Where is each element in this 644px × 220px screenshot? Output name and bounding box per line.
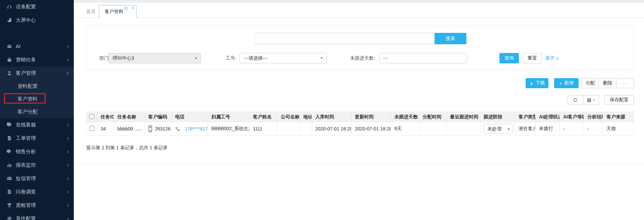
col-company: 公司名称 (277, 112, 300, 122)
download-label: 下载 (536, 80, 545, 86)
col-assigned-at: 分配时间 (419, 112, 447, 122)
sidebar-item-sales-analysis[interactable]: 销售分析 (0, 145, 74, 158)
sidebar-item-online-service[interactable]: 在线客服 (0, 118, 74, 131)
user-icon (7, 70, 12, 76)
sidebar-subitem-customer-assign[interactable]: 客户分配 (0, 105, 74, 118)
refresh-icon (573, 98, 578, 102)
phone-number-link[interactable]: 176****8176 (185, 126, 208, 131)
col-analysis-result: 分析结果 (584, 112, 603, 122)
sidebar-item-label: 系统配置 (16, 212, 36, 220)
sidebar-item-report-monitor[interactable]: 报表监控 (0, 158, 74, 172)
agent-label: 工号: (226, 53, 236, 63)
table-tools-group (568, 95, 599, 105)
days-input[interactable] (379, 53, 467, 63)
sidebar-item-qc-mgmt[interactable]: 质检管理 (0, 199, 74, 212)
query-button[interactable]: 查询 (499, 53, 519, 63)
col-address: 地址 (300, 112, 312, 122)
tab-home[interactable]: 首页 (82, 9, 100, 15)
mail-icon (7, 176, 12, 181)
sidebar-item-label: 大屏中心 (16, 13, 36, 27)
follow-stage-value: 未处理 (487, 126, 501, 131)
sidebar-item-ticket-mgmt[interactable]: 工单管理 (0, 131, 74, 145)
sidebar-item-label: 问卷调查 (16, 185, 36, 199)
sidebar-item-label: AI (16, 40, 20, 53)
cell-task-id: 34 (97, 122, 114, 136)
cell-analysis-result: - (584, 122, 603, 136)
reset-button[interactable]: 重置 (523, 53, 542, 63)
table-header-row: 任务ID 任务名称 客户编码 电话 归属工号 客户姓名 公司名称 地址 入库时间… (87, 112, 634, 122)
expand-link[interactable]: 展开 (545, 53, 559, 63)
cell-company (277, 122, 300, 136)
search-group: 搜索 (254, 33, 466, 44)
row-checkbox[interactable] (89, 126, 94, 131)
phone-icon[interactable] (175, 126, 180, 131)
sidebar-item-sms-mgmt[interactable]: 短信管理 (0, 172, 74, 185)
sidebar-item-marketing-tasks[interactable]: 营销任务 (0, 53, 74, 66)
sidebar-item-survey[interactable]: 问卷调查 (0, 185, 74, 199)
follow-stage-select[interactable]: 未处理 (484, 124, 513, 134)
tab-close-icon[interactable] (131, 5, 134, 10)
top-strip (74, 0, 644, 3)
select-all-checkbox[interactable] (89, 114, 94, 119)
col-customer-code: 客户编码 (145, 112, 172, 122)
refresh-button[interactable] (568, 95, 583, 105)
search-button[interactable]: 搜索 (434, 33, 466, 44)
download-icon (529, 81, 534, 86)
tab-customer-data[interactable]: 客户资料 (99, 5, 137, 18)
col-no-follow-days: 未跟进天数 (391, 112, 419, 122)
delete-button[interactable]: 删除 (599, 78, 616, 88)
cell-ai-status: 未拨打 (536, 122, 560, 136)
agent-select[interactable]: ---请选择--- (239, 53, 327, 63)
add-label: 新增 (564, 80, 574, 86)
sidebar-item-label: 质检管理 (16, 199, 36, 212)
cell-last-follow-at (447, 122, 480, 136)
tab-bar: 首页 客户资料 (74, 3, 644, 18)
comment-icon (7, 149, 12, 154)
dept-select[interactable]: 呼叫中心3 (108, 53, 201, 63)
star-icon[interactable] (148, 125, 152, 132)
sidebar-item-label: 工单管理 (16, 131, 36, 145)
cell-task-name: bbbb00 ...... (114, 122, 145, 136)
search-input[interactable] (254, 33, 434, 44)
col-task-id: 任务ID (97, 112, 114, 122)
app-root: 话务配置 大屏中心 AI 营销任务 客户管理 (0, 0, 644, 220)
sidebar-item-customer-mgmt[interactable]: 客户管理 (0, 66, 74, 80)
gear-icon (7, 216, 12, 220)
download-button[interactable]: 下载 (526, 78, 548, 88)
col-ai-status: AI处理状态 (536, 112, 560, 122)
ticket-icon (7, 135, 12, 141)
col-customer-name: 客户姓名 (250, 112, 277, 122)
bar-chart-icon (7, 162, 12, 168)
action-toolbar: 下载 + 新增 分配 删除 ··· (526, 78, 634, 88)
sidebar-subitem-label: 客户分配 (17, 109, 38, 114)
tab-label: 客户资料 (105, 9, 123, 15)
columns-button[interactable] (583, 95, 599, 105)
robot-icon (7, 44, 12, 49)
cell-follow-stage: 未处理 (480, 122, 515, 136)
cell-ai-level: - (560, 122, 584, 136)
sidebar-item-dashboard-center[interactable]: 大屏中心 (0, 13, 74, 27)
sidebar-subitem-data-config[interactable]: 资料配置 (0, 80, 74, 93)
expand-label: 展开 (545, 55, 555, 61)
headset-icon (7, 4, 12, 9)
assign-button[interactable]: 分配 (582, 78, 599, 88)
content-divider (74, 164, 644, 165)
sidebar-subitem-customer-data[interactable]: 客户资料 (0, 93, 74, 105)
sidebar-item-system-config[interactable]: 系统配置 (0, 212, 74, 220)
customer-table: 任务ID 任务名称 客户编码 电话 归属工号 客户姓名 公司名称 地址 入库时间… (86, 112, 634, 136)
filter-panel: 搜索 部门: 呼叫中心3 工号: ---请选择--- 未跟进天数: 查询 重置 … (86, 25, 634, 69)
chat-icon (7, 122, 12, 127)
trophy-icon (7, 203, 12, 208)
sidebar-item-call-config[interactable]: 话务配置 (0, 0, 74, 13)
save-config-button[interactable]: 保存配置 (604, 95, 634, 105)
col-last-follow-at: 最近跟进时间 (447, 112, 480, 122)
col-phone: 电话 (172, 112, 208, 122)
cell-assigned-at (419, 122, 447, 136)
tab-refresh-icon[interactable] (124, 6, 128, 10)
add-button[interactable]: + 新增 (554, 78, 579, 88)
more-actions-button[interactable]: ··· (616, 78, 634, 88)
record-summary: 显示第 1 到第 1 条记录，总共 1 条记录 (86, 145, 168, 151)
sidebar-item-label: 营销任务 (16, 53, 36, 66)
sidebar-group-customer-mgmt: 客户管理 资料配置 客户资料 客户分配 (0, 66, 74, 118)
sidebar-item-ai[interactable]: AI (0, 40, 74, 53)
